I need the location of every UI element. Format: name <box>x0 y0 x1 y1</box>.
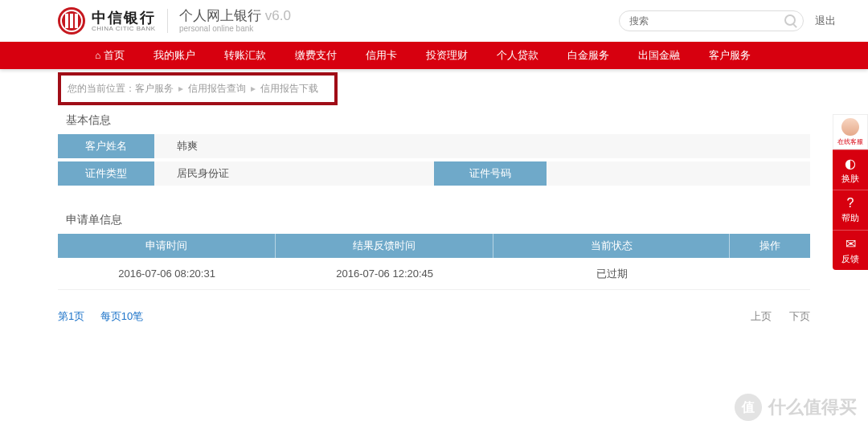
breadcrumb-prefix: 您的当前位置： <box>68 83 135 94</box>
content: 基本信息 客户姓名 韩爽 证件类型 居民身份证 证件号码 申请单信息 申请时间 … <box>0 113 868 324</box>
nav-transfer[interactable]: 转账汇款 <box>210 42 280 69</box>
pager: 第1页 每页10笔 上页 下页 <box>58 309 810 324</box>
cell-feedback-time: 2016-07-06 12:20:45 <box>276 258 493 289</box>
top-bar: 中信银行 CHINA CITIC BANK 个人网上银行 v6.0 person… <box>0 0 868 42</box>
main-nav: ⌂首页 我的账户 转账汇款 缴费支付 信用卡 投资理财 个人贷款 白金服务 出国… <box>0 42 868 69</box>
search-icon[interactable] <box>784 14 796 26</box>
watermark: 值 什么值得买 <box>735 394 857 421</box>
brand-logo-icon <box>58 7 85 35</box>
side-help-label: 帮助 <box>841 212 859 224</box>
th-apply-time: 申请时间 <box>58 234 275 258</box>
row-id: 证件类型 居民身份证 证件号码 <box>58 161 810 186</box>
value-id-number <box>547 161 810 186</box>
logout-link[interactable]: 退出 <box>815 14 836 28</box>
row-customer-name: 客户姓名 韩爽 <box>58 134 810 158</box>
th-status: 当前状态 <box>493 234 729 258</box>
side-feedback-label: 反馈 <box>841 253 859 265</box>
nav-platinum[interactable]: 白金服务 <box>553 42 624 69</box>
label-id-number: 证件号码 <box>434 161 547 186</box>
help-icon: ? <box>847 196 854 210</box>
side-tools: 在线客服 ◐ 换肤 ? 帮助 ✉ 反馈 <box>833 114 868 270</box>
nav-invest[interactable]: 投资理财 <box>411 42 482 69</box>
cell-apply-time: 2016-07-06 08:20:31 <box>58 258 276 289</box>
home-icon: ⌂ <box>95 50 100 61</box>
breadcrumb: 您的当前位置：客户服务▸信用报告查询▸信用报告下载 <box>68 82 318 96</box>
brand-text: 中信银行 CHINA CITIC BANK <box>92 10 156 32</box>
pager-next[interactable]: 下页 <box>789 310 810 322</box>
pager-size[interactable]: 每页10笔 <box>100 310 143 322</box>
product-cn: 个人网上银行 <box>179 8 265 23</box>
online-service-label: 在线客服 <box>837 137 863 146</box>
nav-credit-card[interactable]: 信用卡 <box>351 42 411 69</box>
side-skin-button[interactable]: ◐ 换肤 <box>833 149 868 190</box>
table-row: 2016-07-06 08:20:31 2016-07-06 12:20:45 … <box>58 258 810 290</box>
label-customer-name: 客户姓名 <box>58 134 154 158</box>
basic-info-title: 基本信息 <box>66 113 810 128</box>
apply-table: 申请时间 结果反馈时间 当前状态 操作 2016-07-06 08:20:31 … <box>58 234 810 290</box>
breadcrumb-item-1[interactable]: 信用报告查询 <box>188 83 246 94</box>
side-help-button[interactable]: ? 帮助 <box>833 190 868 230</box>
nav-abroad[interactable]: 出国金融 <box>624 42 694 69</box>
cell-operation[interactable] <box>730 258 810 289</box>
side-skin-label: 换肤 <box>841 173 859 185</box>
search-holder <box>619 10 804 31</box>
skin-icon: ◐ <box>845 156 856 171</box>
product-en: personal online bank <box>179 24 291 33</box>
pager-prev[interactable]: 上页 <box>751 310 772 322</box>
breadcrumb-wrap: 您的当前位置：客户服务▸信用报告查询▸信用报告下载 <box>0 72 868 105</box>
avatar-icon <box>841 118 859 136</box>
th-feedback-time: 结果反馈时间 <box>276 234 493 258</box>
divider <box>167 9 168 33</box>
nav-my-account[interactable]: 我的账户 <box>139 42 210 69</box>
nav-home[interactable]: ⌂首页 <box>80 42 139 69</box>
breadcrumb-highlight: 您的当前位置：客户服务▸信用报告查询▸信用报告下载 <box>58 72 338 105</box>
product-version: v6.0 <box>265 8 291 23</box>
nav-customer-service[interactable]: 客户服务 <box>694 42 765 69</box>
product-name: 个人网上银行 v6.0 personal online bank <box>179 9 291 33</box>
th-operation: 操作 <box>730 234 810 258</box>
breadcrumb-item-0[interactable]: 客户服务 <box>135 83 174 94</box>
nav-payment[interactable]: 缴费支付 <box>280 42 351 69</box>
value-id-type: 居民身份证 <box>154 161 434 186</box>
label-id-type: 证件类型 <box>58 161 154 186</box>
pager-page[interactable]: 第1页 <box>58 310 84 322</box>
watermark-icon: 值 <box>735 394 762 421</box>
value-customer-name: 韩爽 <box>154 134 810 158</box>
brand-logo: 中信银行 CHINA CITIC BANK <box>58 7 156 35</box>
breadcrumb-item-2[interactable]: 信用报告下载 <box>260 83 318 94</box>
brand-en: CHINA CITIC BANK <box>92 25 156 32</box>
mail-icon: ✉ <box>845 236 856 251</box>
brand-cn: 中信银行 <box>92 10 156 25</box>
side-feedback-button[interactable]: ✉ 反馈 <box>833 230 868 270</box>
online-service[interactable]: 在线客服 <box>833 114 868 149</box>
table-head: 申请时间 结果反馈时间 当前状态 操作 <box>58 234 810 258</box>
apply-info-title: 申请单信息 <box>66 213 810 227</box>
watermark-text: 什么值得买 <box>768 395 857 419</box>
cell-status: 已过期 <box>493 258 730 289</box>
search-input[interactable] <box>619 10 804 31</box>
nav-loan[interactable]: 个人贷款 <box>482 42 553 69</box>
